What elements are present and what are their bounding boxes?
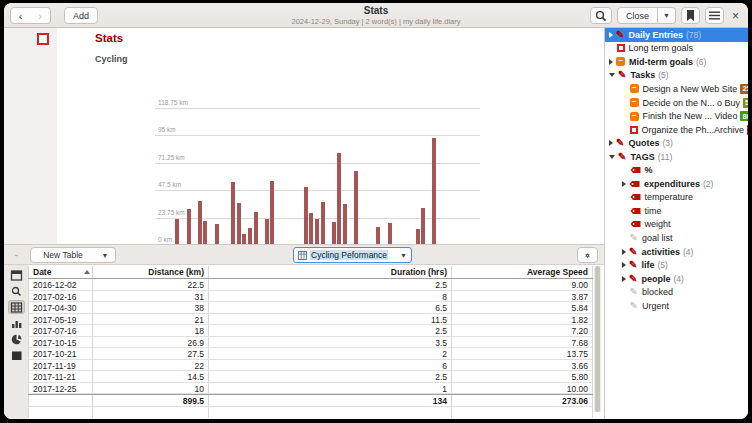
table-cell[interactable]	[209, 407, 452, 418]
back-button[interactable]: ‹	[10, 7, 31, 24]
table-row[interactable]: 2017-12-2510110.00	[28, 383, 593, 395]
table-cell[interactable]: 2017-11-19	[28, 360, 93, 371]
close-button[interactable]: Close	[617, 7, 658, 24]
strip-calendar-button[interactable]	[8, 268, 25, 282]
table-row[interactable]: 2017-04-30386.55.84	[28, 302, 593, 314]
table-cell[interactable]: 273.06	[452, 395, 593, 406]
table-row[interactable]: 2017-07-16182.57.20	[28, 325, 593, 337]
table-cell[interactable]: 10.00	[452, 383, 593, 394]
table-cell[interactable]: 5.84	[452, 302, 593, 313]
column-header[interactable]: Duration (hrs)	[209, 266, 452, 278]
close-dropdown-button[interactable]: ▼	[658, 7, 676, 24]
expander-collapsed-icon[interactable]	[622, 249, 626, 255]
forward-button[interactable]: ›	[30, 7, 51, 24]
table-cell[interactable]: 7.68	[452, 337, 593, 348]
strip-notes-button[interactable]	[8, 348, 25, 362]
table-cell[interactable]: 2017-10-15	[28, 337, 93, 348]
table-cell[interactable]: 2017-11-21	[28, 371, 93, 382]
column-header[interactable]: Distance (km)	[93, 266, 209, 278]
expander-collapsed-icon[interactable]	[609, 140, 613, 146]
table-row[interactable]: 2017-11-2114.52.55.80	[28, 371, 593, 383]
tree-item[interactable]: Organize the Ph...Archive0,0%	[605, 123, 748, 137]
table-cell[interactable]	[452, 407, 593, 418]
tree-item[interactable]: ✎activities(4)	[605, 245, 748, 259]
table-cell[interactable]: 2017-05-19	[28, 314, 93, 325]
table-cell[interactable]: 2017-10-21	[28, 348, 93, 359]
collapse-panel-button[interactable]	[8, 247, 25, 263]
table-selector-combobox[interactable]: Cycling Peformance ▼	[293, 247, 412, 263]
table-cell[interactable]: 134	[209, 395, 452, 406]
table-row[interactable]: 2017-10-2127.5213.75	[28, 348, 593, 360]
table-cell[interactable]: 9.00	[452, 279, 593, 290]
table-row[interactable]: 2017-02-163183.87	[28, 291, 593, 303]
tree-item[interactable]: ✎Daily Entries(78)	[605, 28, 748, 42]
expander-collapsed-icon[interactable]	[609, 59, 613, 65]
expander-expanded-icon[interactable]	[609, 155, 615, 159]
strip-pie-chart-button[interactable]	[8, 332, 25, 346]
tree-item[interactable]: ✎Urgent	[605, 299, 748, 313]
table-cell[interactable]: 1.82	[452, 314, 593, 325]
table-cell[interactable]: 21	[93, 314, 209, 325]
tree-item[interactable]: ~Finish the New ... Video80,0%	[605, 109, 748, 123]
table-cell[interactable]: 14.5	[93, 371, 209, 382]
expander-collapsed-icon[interactable]	[622, 262, 626, 268]
tree-item[interactable]: ✎people(4)	[605, 272, 748, 286]
new-table-button[interactable]: New Table	[30, 247, 96, 263]
search-button[interactable]	[590, 7, 612, 24]
tree-item[interactable]: ✎goal list	[605, 231, 748, 245]
table-cell[interactable]	[28, 407, 93, 418]
table-cell[interactable]: 7.20	[452, 325, 593, 336]
table-cell[interactable]: 3.5	[209, 337, 452, 348]
table-cell[interactable]: 22	[93, 360, 209, 371]
table-scrollbar[interactable]	[594, 266, 601, 412]
expander-collapsed-icon[interactable]	[622, 181, 626, 187]
table-cell[interactable]: 27.5	[93, 348, 209, 359]
tree-item[interactable]: time	[605, 204, 748, 218]
tree-item[interactable]: expenditures(2)	[605, 177, 748, 191]
table-cell[interactable]: 1	[209, 383, 452, 394]
table-cell[interactable]	[93, 407, 209, 418]
table-cell[interactable]: 3.66	[452, 360, 593, 371]
expander-collapsed-icon[interactable]	[609, 32, 613, 38]
table-cell[interactable]: 8	[209, 291, 452, 302]
table-row[interactable]: 2017-11-192263.66	[28, 360, 593, 372]
table-cell[interactable]: 2.5	[209, 371, 452, 382]
table-cell[interactable]: 5.80	[452, 371, 593, 382]
tree-item[interactable]: ~Mid-term goals(6)	[605, 55, 748, 69]
tree-item[interactable]: ✎TAGS(11)	[605, 150, 748, 164]
bookmark-button[interactable]	[681, 7, 700, 24]
table-cell[interactable]: 899.5	[93, 395, 209, 406]
table-cell[interactable]: 10	[93, 383, 209, 394]
table-cell[interactable]: 2	[209, 348, 452, 359]
table-cell[interactable]: 3.87	[452, 291, 593, 302]
tree-item[interactable]: ✎life(5)	[605, 258, 748, 272]
column-header[interactable]: Average Speed	[452, 266, 593, 278]
table-cell[interactable]: 22.5	[93, 279, 209, 290]
tree-item[interactable]: ✎Quotes(3)	[605, 136, 748, 150]
tree-item[interactable]: ~Decide on the N... o Buy50,0%	[605, 96, 748, 110]
expander-collapsed-icon[interactable]	[622, 276, 626, 282]
table-row[interactable]: 2016-12-0222.52.59.00	[28, 279, 593, 291]
expander-expanded-icon[interactable]	[609, 73, 615, 77]
table-cell[interactable]: 2017-12-25	[28, 383, 93, 394]
tree-item[interactable]: Long term goals	[605, 42, 748, 56]
table-cell[interactable]: 6	[209, 360, 452, 371]
table-cell[interactable]: 2017-02-16	[28, 291, 93, 302]
tree-item[interactable]: ~Design a New Web Site25,0%	[605, 82, 748, 96]
table-cell[interactable]: 2017-07-16	[28, 325, 93, 336]
table-settings-button[interactable]	[577, 247, 598, 263]
tree-item[interactable]: ✎blocked	[605, 285, 748, 299]
table-cell[interactable]: 26.9	[93, 337, 209, 348]
tree-item[interactable]: ✎Tasks(5)	[605, 69, 748, 83]
tree-item[interactable]: temperature	[605, 191, 748, 205]
table-cell[interactable]	[28, 395, 93, 406]
scrollbar-thumb[interactable]	[595, 266, 600, 412]
table-cell[interactable]: 18	[93, 325, 209, 336]
table-cell[interactable]: 2.5	[209, 279, 452, 290]
table-cell[interactable]: 31	[93, 291, 209, 302]
table-cell[interactable]: 2016-12-02	[28, 279, 93, 290]
table-cell[interactable]: 2.5	[209, 325, 452, 336]
strip-bar-chart-button[interactable]	[8, 316, 25, 330]
tree-item[interactable]: %	[605, 163, 748, 177]
strip-table-button[interactable]	[8, 300, 25, 314]
